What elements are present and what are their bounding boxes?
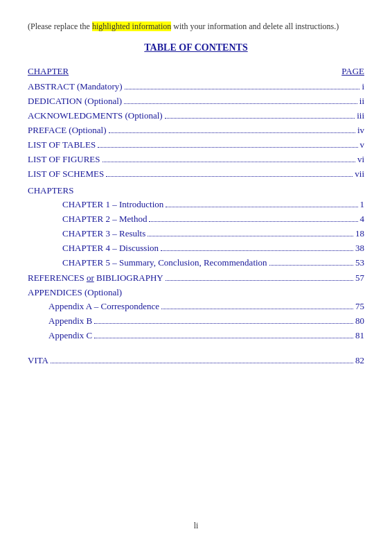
toc-row-chapter2: CHAPTER 2 – Method 4 <box>28 214 364 225</box>
toc-page-chapter2: 4 <box>360 214 365 225</box>
toc-dots <box>98 147 357 148</box>
page-header-label: PAGE <box>341 66 364 77</box>
toc-page-appendix-c: 81 <box>355 330 364 341</box>
toc-row-chapter5: CHAPTER 5 – Summary, Conclusion, Recomme… <box>28 257 364 268</box>
toc-row-references: REFERENCES or BIBLIOGRAPHY 57 <box>28 272 364 284</box>
toc-label-acknowledgments: ACKNOWLEDGMENTS (Optional) <box>28 110 163 121</box>
page: (Please replace the highlighted informat… <box>0 0 392 545</box>
toc-label-abstract: ABSTRACT (Mandatory) <box>28 81 123 92</box>
toc-row-appendix-a: Appendix A – Correspondence 75 <box>28 301 364 312</box>
toc-label-chapter4: CHAPTER 4 – Discussion <box>62 243 159 254</box>
toc-header: CHAPTER PAGE <box>28 66 364 77</box>
toc-page-chapter5: 53 <box>355 257 364 268</box>
toc-row-list-tables: LIST OF TABLES v <box>28 139 364 150</box>
toc-row-acknowledgments: ACKNOWLEDGMENTS (Optional) iii <box>28 110 364 121</box>
toc-page-acknowledgments: iii <box>357 110 364 121</box>
toc-row-list-figures: LIST OF FIGURES vi <box>28 154 364 165</box>
toc-row-chapter1: CHAPTER 1 – Introduction 1 <box>28 199 364 210</box>
toc-label-list-schemes: LIST OF SCHEMES <box>28 168 104 180</box>
toc-row-preface: PREFACE (Optional) iv <box>28 125 364 136</box>
toc-dots <box>165 118 355 119</box>
chapters-section-label: CHAPTERS <box>28 185 364 196</box>
toc-label-list-figures: LIST OF FIGURES <box>28 154 100 165</box>
toc-page-list-tables: v <box>360 139 365 150</box>
toc-label-chapter1: CHAPTER 1 – Introduction <box>62 199 163 210</box>
toc-dots <box>125 89 360 89</box>
toc-label-chapter5: CHAPTER 5 – Summary, Conclusion, Recomme… <box>62 257 267 268</box>
toc-dots <box>148 236 353 236</box>
toc-dots <box>124 103 357 104</box>
toc-dots <box>269 265 353 266</box>
toc-row-chapter4: CHAPTER 4 – Discussion 38 <box>28 243 364 254</box>
toc-page-dedication: ii <box>359 96 364 107</box>
toc-row-dedication: DEDICATION (Optional) ii <box>28 96 364 107</box>
page-number: li <box>0 521 392 531</box>
instruction-text: (Please replace the highlighted informat… <box>28 21 364 33</box>
toc-dots <box>94 338 353 338</box>
toc-dots <box>51 363 353 363</box>
toc-label-chapter2: CHAPTER 2 – Method <box>62 214 147 225</box>
toc-dots <box>161 309 353 309</box>
toc-page-chapter1: 1 <box>360 199 365 210</box>
toc-dots <box>94 323 353 324</box>
toc-page-preface: iv <box>357 125 364 136</box>
toc-row-abstract: ABSTRACT (Mandatory) i <box>28 81 364 92</box>
toc-dots <box>166 207 357 207</box>
toc-label-chapter3: CHAPTER 3 – Results <box>62 228 145 239</box>
toc-page-references: 57 <box>355 272 364 284</box>
toc-page-vita: 82 <box>355 355 364 366</box>
toc-row-appendix-b: Appendix B 80 <box>28 315 364 327</box>
toc-label-appendix-b: Appendix B <box>48 315 92 327</box>
toc-label-preface: PREFACE (Optional) <box>28 125 107 136</box>
toc-label-vita: VITA <box>28 355 48 366</box>
toc-label-references: REFERENCES or BIBLIOGRAPHY <box>28 272 163 284</box>
chapter-header-label: CHAPTER <box>28 66 69 77</box>
toc-label-list-tables: LIST OF TABLES <box>28 139 96 150</box>
toc-page-abstract: i <box>362 81 364 92</box>
toc-row-chapter3: CHAPTER 3 – Results 18 <box>28 228 364 239</box>
toc-page-list-schemes: vii <box>355 168 364 180</box>
toc-dots <box>103 162 355 162</box>
toc-dots <box>161 250 353 251</box>
toc-dots <box>109 132 355 133</box>
toc-row-vita: VITA 82 <box>28 355 364 366</box>
toc-row-list-schemes: LIST OF SCHEMES vii <box>28 168 364 180</box>
toc-label-dedication: DEDICATION (Optional) <box>28 96 122 107</box>
toc-page-chapter3: 18 <box>355 228 364 239</box>
toc-page-list-figures: vi <box>357 154 364 165</box>
highlighted-text: highlighted information <box>92 21 171 31</box>
toc-page-appendix-b: 80 <box>355 315 364 327</box>
toc-dots <box>106 176 353 177</box>
toc-label-appendix-c: Appendix C <box>48 330 92 341</box>
toc-page-appendix-a: 75 <box>355 301 364 312</box>
toc-row-appendix-c: Appendix C 81 <box>28 330 364 341</box>
toc-title: TABLE OF CONTENTS <box>28 42 364 53</box>
appendices-section-label: APPENDICES (Optional) <box>28 287 364 298</box>
toc-dots <box>149 221 357 222</box>
toc-page-chapter4: 38 <box>355 243 364 254</box>
toc-label-appendix-a: Appendix A – Correspondence <box>48 301 159 312</box>
toc-dots <box>166 280 353 281</box>
